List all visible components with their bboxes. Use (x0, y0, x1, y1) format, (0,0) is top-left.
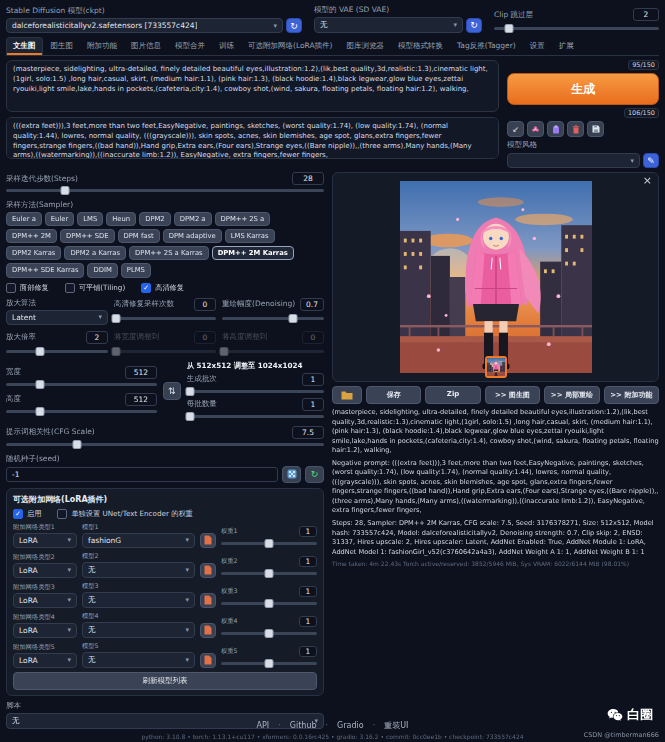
batch-count-input[interactable]: 1 (302, 373, 324, 386)
upscaler-dropdown[interactable]: Latent ▾ (6, 310, 108, 325)
refresh-ckpt-button[interactable]: ↻ (286, 18, 302, 33)
sampler-option[interactable]: DPM2 a Karras (64, 246, 126, 260)
addnet-enable-checkbox[interactable]: ✓ 启用 (13, 509, 41, 519)
tab-image-browser[interactable]: 图库浏览器 (341, 38, 391, 55)
slider-handle[interactable] (35, 347, 44, 356)
addnet-model-info-button[interactable] (200, 533, 216, 548)
addnet-weight-input[interactable]: 1 (299, 556, 317, 567)
paste-params-button[interactable]: ↙ (507, 121, 524, 137)
send-to-inpaint-button[interactable]: >> 局部重绘 (544, 386, 599, 404)
tab-img2img[interactable]: 图生图 (45, 38, 80, 55)
refresh-vae-button[interactable]: ↻ (466, 18, 482, 33)
tab-tagger[interactable]: Tag反推(Tagger) (451, 38, 522, 55)
restore-faces-checkbox[interactable]: 面部修复 (6, 283, 49, 293)
hires-steps-input[interactable]: 0 (194, 298, 216, 311)
refresh-models-button[interactable]: 刷新模型列表 (13, 672, 317, 690)
ckpt-dropdown[interactable]: dalceforealisticitallyv2.safetensors [73… (6, 18, 283, 33)
upscale-by-slider[interactable] (6, 347, 108, 356)
addnet-model-dropdown[interactable]: 无▾ (82, 562, 195, 578)
addnet-model-info-button[interactable] (200, 563, 216, 578)
slider-handle[interactable] (265, 539, 274, 548)
addnet-weight-input[interactable]: 1 (299, 616, 317, 627)
height-slider[interactable] (6, 407, 157, 416)
random-seed-button[interactable] (282, 466, 301, 483)
height-input[interactable]: 512 (125, 393, 157, 406)
clip-skip-slider[interactable] (494, 24, 659, 33)
sampler-option[interactable]: DPM++ 2M (6, 229, 57, 243)
tab-extras[interactable]: 附加功能 (81, 38, 123, 55)
send-to-img2img-button[interactable]: >> 图生图 (485, 386, 540, 404)
slider-handle[interactable] (185, 412, 194, 421)
clear-prompt-button[interactable] (567, 121, 584, 137)
addnet-model-info-button[interactable] (200, 593, 216, 608)
hires-fix-checkbox[interactable]: ✓ 高清修复 (141, 283, 184, 293)
reuse-seed-button[interactable]: ↻ (305, 466, 324, 483)
width-slider[interactable] (6, 380, 157, 389)
sampler-option[interactable]: DPM++ SDE Karras (6, 263, 84, 277)
seed-input[interactable]: -1 (6, 467, 278, 482)
addnet-type-dropdown[interactable]: LoRA▾ (13, 593, 77, 608)
sampler-option[interactable]: Euler a (6, 212, 42, 226)
footer-link-gradio[interactable]: Gradio (317, 721, 364, 730)
sampler-option[interactable]: PLMS (121, 263, 151, 277)
addnet-weight-slider[interactable] (221, 569, 317, 578)
prompt-textarea[interactable]: (masterpiece, sidelighting, ultra-detail… (6, 60, 499, 112)
steps-input[interactable]: 28 (292, 172, 324, 185)
addnet-weight-slider[interactable] (221, 659, 317, 668)
tiling-checkbox[interactable]: 可平铺(Tiling) (65, 283, 125, 293)
vae-dropdown[interactable]: 无 ▾ (314, 17, 463, 33)
tab-train[interactable]: 训练 (213, 38, 240, 55)
negative-prompt-textarea[interactable]: (((extra feet))),3 feet,more than two fe… (6, 117, 499, 159)
sampler-option[interactable]: DPM fast (118, 229, 160, 243)
slider-handle[interactable] (112, 314, 121, 323)
addnet-type-dropdown[interactable]: LoRA▾ (13, 563, 77, 578)
sampler-option[interactable]: DPM2 Karras (6, 246, 61, 260)
addnet-weight-slider[interactable] (221, 599, 317, 608)
slider-handle[interactable] (265, 599, 274, 608)
addnet-type-dropdown[interactable]: LoRA▾ (13, 653, 77, 668)
gallery-thumbnail[interactable] (485, 356, 507, 378)
sampler-option[interactable]: DPM2 a (174, 212, 212, 226)
tab-model-converter[interactable]: 模型格式转换 (392, 38, 449, 55)
slider-handle[interactable] (289, 314, 298, 323)
cfg-scale-slider[interactable] (6, 440, 324, 449)
addnet-model-dropdown[interactable]: 无▾ (82, 592, 195, 608)
addnet-weight-input[interactable]: 1 (299, 586, 317, 597)
footer-link-github[interactable]: Github (269, 721, 316, 730)
tab-extensions[interactable]: 扩展 (553, 38, 580, 55)
sampler-option-selected[interactable]: DPM++ 2M Karras (212, 246, 294, 260)
slider-handle[interactable] (36, 380, 45, 389)
addnet-type-dropdown[interactable]: LoRA▾ (13, 533, 77, 548)
footer-link-reload-ui[interactable]: 重装UI (364, 720, 409, 731)
tab-checkpoint-merger[interactable]: 模型合并 (169, 38, 211, 55)
sampler-option[interactable]: DDIM (87, 263, 117, 277)
zip-button[interactable]: Zip (425, 386, 480, 404)
slider-handle[interactable] (185, 387, 194, 396)
sampler-option[interactable]: LMS Karras (225, 229, 275, 243)
addnet-type-dropdown[interactable]: LoRA▾ (13, 623, 77, 638)
tab-settings[interactable]: 设置 (524, 38, 551, 55)
addnet-model-info-button[interactable] (200, 653, 216, 668)
addnet-weight-input[interactable]: 1 (299, 646, 317, 657)
save-button[interactable]: 保存 (366, 386, 421, 404)
width-input[interactable]: 512 (125, 366, 157, 379)
slider-handle[interactable] (36, 407, 45, 416)
tab-txt2img[interactable]: 文生图 (6, 37, 43, 55)
generated-image[interactable] (400, 181, 592, 373)
cfg-scale-input[interactable]: 7.5 (292, 426, 324, 439)
extra-networks-button[interactable] (527, 121, 544, 137)
addnet-weight-input[interactable]: 1 (299, 526, 317, 537)
sampler-option[interactable]: DPM++ 2S a Karras (129, 246, 209, 260)
batch-count-slider[interactable] (187, 387, 324, 396)
denoising-slider[interactable] (222, 314, 324, 323)
close-icon[interactable]: × (643, 174, 652, 187)
tab-png-info[interactable]: 图片信息 (125, 38, 167, 55)
batch-size-slider[interactable] (187, 412, 324, 421)
apply-style-button[interactable] (547, 121, 564, 137)
addnet-weight-slider[interactable] (221, 629, 317, 638)
save-style-button[interactable] (587, 121, 604, 137)
footer-link-api[interactable]: API (257, 721, 270, 730)
sampler-option[interactable]: Heun (106, 212, 136, 226)
slider-handle[interactable] (265, 629, 274, 638)
sampler-option[interactable]: DPM++ 2S a (215, 212, 271, 226)
